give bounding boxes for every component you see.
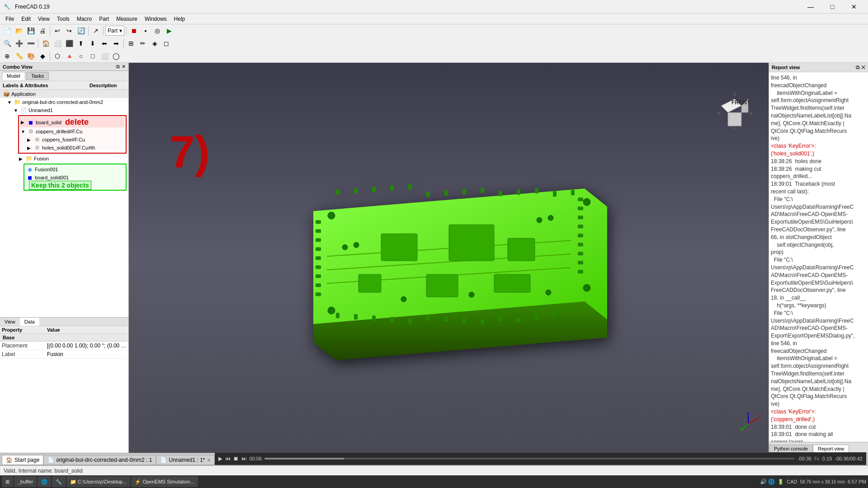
close-button[interactable]: ✕: [844, 0, 864, 14]
report-text-3: 18:39:01 done cut18:39:01 done making al…: [771, 424, 833, 442]
menu-help[interactable]: Help: [170, 15, 189, 23]
props-row-label[interactable]: Label Fusion: [0, 350, 128, 359]
pad-b6: [426, 315, 430, 320]
shape-btn1[interactable]: ⬡: [52, 51, 63, 61]
shape-btn4[interactable]: □: [87, 51, 98, 61]
redo-button[interactable]: ↪: [64, 25, 75, 36]
pad-l1: [316, 220, 321, 224]
timeline-bar[interactable]: [264, 458, 795, 460]
measure-btn[interactable]: 📏: [14, 51, 24, 61]
props-row-placement[interactable]: Placement [(0.00 0.00 1.00); 0.00 °; (0.…: [0, 342, 128, 350]
report-view-tab[interactable]: Report view: [813, 445, 849, 453]
tree-label-application: Application: [11, 91, 36, 97]
float-icon[interactable]: ⧉: [116, 64, 120, 70]
python-console-tab[interactable]: Python console: [769, 445, 813, 453]
taskbar-chrome[interactable]: 🌐: [38, 476, 51, 487]
color-btn[interactable]: 🎨: [25, 51, 36, 61]
view-top[interactable]: ⬆: [75, 38, 86, 49]
view-back[interactable]: ⬛: [64, 38, 75, 49]
menu-tools[interactable]: Tools: [53, 15, 73, 23]
draw-style[interactable]: ✏: [137, 38, 148, 49]
tab-model[interactable]: Model: [2, 72, 25, 80]
new-button[interactable]: 📄: [2, 25, 13, 36]
tree-item-holes-solid[interactable]: ▶ ⚙ holes_solid001#F.Cu#th: [20, 144, 125, 152]
snap-btn[interactable]: ⊕: [2, 51, 13, 61]
stereo[interactable]: ◈: [149, 38, 160, 49]
tab-tasks[interactable]: Tasks: [26, 72, 49, 80]
view-left[interactable]: ⬅: [99, 38, 110, 49]
props-tab-data[interactable]: Data: [20, 318, 39, 326]
view-front[interactable]: ⬜: [52, 38, 63, 49]
workbench-dropdown[interactable]: Part ▾: [105, 26, 124, 36]
zoom-out[interactable]: ➖: [25, 38, 36, 49]
tree-item-coppers-fuse[interactable]: ▶ ⚙ coppers_fuse#F.Cu: [20, 136, 125, 144]
rewind-btn[interactable]: ⏮: [225, 455, 231, 462]
mat-btn[interactable]: ◆: [37, 51, 48, 61]
unnamed-close-icon[interactable]: ✕: [207, 458, 211, 463]
zoom-fit[interactable]: 🔍: [2, 38, 13, 49]
menu-view[interactable]: View: [34, 15, 53, 23]
tab-start-page[interactable]: 🏠 Start page: [2, 455, 43, 465]
menu-measure[interactable]: Measure: [113, 15, 141, 23]
save-button[interactable]: 💾: [25, 25, 36, 36]
maximize-button[interactable]: □: [822, 0, 843, 14]
tree-item-coppers-drilled[interactable]: ▼ ⚙ coppers_drilled#F.Cu: [20, 127, 125, 136]
stop-button[interactable]: ⏹: [128, 25, 139, 36]
taskbar-fc[interactable]: 🔧: [52, 476, 66, 487]
tab-unnamed[interactable]: 📄 Unnamed1 : 1* ✕: [156, 455, 214, 465]
taskbar-explorer[interactable]: 📁 C:\Users\rp\Desktop...: [66, 476, 130, 487]
select-all[interactable]: ⊞: [126, 38, 137, 49]
volume-icon[interactable]: 🔋: [778, 479, 784, 485]
cylinder-button[interactable]: ◎: [152, 25, 163, 36]
tree-item-fusion[interactable]: ▶ 📁 Fusion: [0, 155, 128, 163]
play-timeline-btn[interactable]: ▶: [218, 455, 222, 462]
box-button[interactable]: ▪: [140, 25, 151, 36]
viewport[interactable]: 7): [129, 63, 769, 453]
taskbar-buffer[interactable]: _buffer: [14, 476, 37, 487]
texture[interactable]: ◻: [161, 38, 172, 49]
tree-item-fusion001[interactable]: ◉ Fusion001: [25, 165, 125, 174]
shape-btn2[interactable]: 🔺: [64, 51, 75, 61]
open-button[interactable]: 📂: [14, 25, 24, 36]
view-bottom[interactable]: ⬇: [87, 38, 98, 49]
zoom-in[interactable]: ➕: [14, 38, 24, 49]
taskbar-start[interactable]: ⊞: [2, 476, 13, 487]
menu-part[interactable]: Part: [95, 15, 113, 23]
tree-item-application[interactable]: 📦 Application: [0, 90, 128, 98]
menu-macro[interactable]: Macro: [73, 15, 95, 23]
refresh-button[interactable]: 🔄: [75, 25, 86, 36]
pad-t13: [553, 191, 557, 197]
pointer-button[interactable]: ↗: [90, 25, 101, 36]
props-tab-view[interactable]: View: [0, 318, 20, 326]
combo-close-icon[interactable]: ✕: [122, 64, 126, 70]
shape-btn5[interactable]: ⬜: [99, 51, 110, 61]
menu-windows[interactable]: Windows: [141, 15, 170, 23]
svg-text:Z: Z: [747, 412, 750, 415]
minimize-button[interactable]: —: [800, 0, 821, 14]
view-right[interactable]: ➡: [111, 38, 122, 49]
report-float-icon[interactable]: ⧉: [856, 64, 860, 70]
menu-edit[interactable]: Edit: [18, 15, 34, 23]
tree-item-unnamed1[interactable]: ▼ 📄 Unnamed1: [0, 106, 128, 114]
print-button[interactable]: 🖨: [37, 25, 48, 36]
keep-label: Keep this 2 objects: [29, 181, 91, 190]
tab-original[interactable]: 📄 original-but-drc-corrected-and-0mm2 : …: [43, 455, 156, 465]
shape-btn6[interactable]: ◯: [111, 51, 122, 61]
props-panel: View Data Property Value Base Placement …: [0, 317, 128, 453]
stop-timeline-btn[interactable]: ⏹: [233, 455, 239, 462]
tree-item-original[interactable]: ▼ 📁 original-but-drc-corrected-and-0mm2: [0, 98, 128, 106]
taskbar-openems[interactable]: ⚡ OpenEMS Simulation...: [131, 476, 198, 487]
forward-btn[interactable]: ⏭: [241, 455, 247, 462]
report-bottom-tabs: Python console Report view: [769, 442, 868, 453]
shape-btn3[interactable]: ○: [75, 51, 86, 61]
sep2: [88, 26, 89, 35]
play-button[interactable]: ▶: [164, 25, 175, 36]
menu-file[interactable]: File: [2, 15, 18, 23]
report-close-icon[interactable]: ✕: [861, 64, 865, 70]
nav-cube[interactable]: FRONT ▲ ▼ ◀ ▶: [714, 90, 755, 131]
toolbar-row-1: 📄 📂 💾 🖨 ↩ ↪ 🔄 ↗ Part ▾ ⏹ ▪ ◎ ▶: [0, 24, 868, 37]
tree-item-board-solid[interactable]: ▶ ◼ board_solid delete: [20, 117, 125, 127]
undo-button[interactable]: ↩: [52, 25, 63, 36]
view-home[interactable]: 🏠: [40, 38, 51, 49]
combo-tab-bar: Model Tasks: [0, 71, 128, 81]
